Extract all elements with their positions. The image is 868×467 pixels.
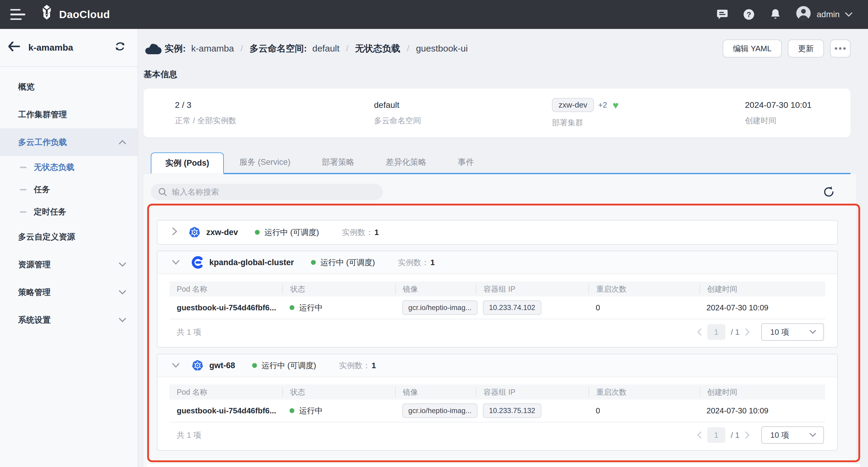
cluster-name[interactable]: kpanda-global-cluster: [209, 258, 294, 267]
pod-status: 运行中: [299, 302, 323, 313]
cluster-tag[interactable]: zxw-dev: [552, 98, 594, 112]
basic-info-card: 2 / 3 正常 / 全部实例数 default 多云命名空间 zxw-dev …: [144, 89, 850, 137]
pod-name[interactable]: guestbook-ui-754d46fbf6...: [169, 406, 282, 415]
field-instances: 2 / 3 正常 / 全部实例数: [175, 100, 374, 126]
instances-label: 正常 / 全部实例数: [175, 115, 374, 126]
sidebar-item-jobs[interactable]: 任务: [0, 178, 137, 201]
current-page[interactable]: 1: [707, 324, 725, 340]
help-icon[interactable]: ?: [743, 8, 755, 21]
instances-count: 1: [375, 228, 379, 237]
chevron-up-icon: [119, 140, 126, 145]
table-row: guestbook-ui-754d46fbf6... 运行中 gcr.io/he…: [169, 400, 825, 423]
cluster-status: 运行中 (可调度): [262, 360, 316, 371]
col-pod-name: Pod 名称: [169, 387, 282, 397]
col-ip: 容器组 IP: [476, 284, 588, 294]
col-restarts: 重启次数: [588, 284, 699, 294]
sidebar-item-stateless-workload[interactable]: 无状态负载: [0, 156, 137, 178]
cluster-name[interactable]: zxw-dev: [206, 228, 238, 237]
user-menu[interactable]: admin: [796, 5, 852, 24]
chevron-down-icon: [119, 318, 126, 322]
cloud-icon: [144, 41, 162, 56]
next-page-icon[interactable]: [745, 328, 750, 336]
col-status: 状态: [282, 284, 395, 294]
cluster-switch-title: k-amamba: [28, 42, 115, 53]
annotation-highlight-box: zxw-dev 运行中 (可调度) 实例数：1 kpanda-global-cl…: [147, 204, 860, 462]
dash-icon: [20, 211, 27, 213]
breadcrumb-namespace[interactable]: default: [312, 43, 340, 54]
sidebar-item-custom-resources[interactable]: 多云自定义资源: [0, 223, 137, 251]
chevron-down-icon: [119, 290, 126, 295]
pods-tab-panel: zxw-dev 运行中 (可调度) 实例数：1 kpanda-global-cl…: [144, 174, 856, 467]
cluster-name[interactable]: gwt-68: [209, 361, 235, 370]
cluster-panel-kpanda-global: kpanda-global-cluster 运行中 (可调度) 实例数：1 Po…: [157, 251, 838, 348]
cluster-status: 运行中 (可调度): [320, 257, 375, 268]
sidebar-item-resource-mgmt[interactable]: 资源管理: [0, 251, 137, 278]
content-bottom-strip: [147, 464, 860, 467]
col-pod-name: Pod 名称: [169, 284, 282, 294]
field-created: 2024-07-30 10:01 创建时间: [745, 100, 812, 126]
refresh-icon[interactable]: [823, 186, 835, 198]
chevron-down-icon: [809, 433, 816, 437]
username: admin: [817, 10, 840, 19]
sidebar-item-overview[interactable]: 概览: [0, 73, 137, 101]
search-input[interactable]: [172, 188, 365, 197]
collapse-chevron-down-icon[interactable]: [172, 363, 180, 368]
table-header-row: Pod 名称 状态 镜像 容器组 IP 重启次数 创建时间: [169, 281, 825, 297]
breadcrumb-instance-label: 实例:: [165, 42, 186, 55]
svg-text:?: ?: [746, 10, 751, 19]
tab-diff-policy[interactable]: 差异化策略: [370, 151, 442, 173]
prev-page-icon[interactable]: [697, 431, 702, 439]
sidebar-item-system-settings[interactable]: 系统设置: [0, 306, 137, 334]
kubernetes-icon: [191, 359, 204, 372]
page-size-select[interactable]: 10 项: [761, 323, 824, 341]
pod-ip-tag[interactable]: 10.233.74.102: [483, 300, 541, 315]
collapse-chevron-down-icon[interactable]: [172, 260, 180, 265]
tab-bar: 实例 (Pods) 服务 (Service) 部署策略 差异化策略 事件: [151, 151, 850, 174]
breadcrumb: 实例: k-amamba / 多云命名空间: default / 无状态负载 /…: [165, 42, 468, 55]
breadcrumb-workload-type[interactable]: 无状态负载: [355, 42, 400, 55]
avatar: [796, 5, 811, 24]
sidebar-item-cronjobs[interactable]: 定时任务: [0, 201, 137, 223]
back-arrow-icon[interactable]: [8, 41, 20, 54]
prev-page-icon[interactable]: [697, 328, 702, 336]
sidebar-item-work-cluster[interactable]: 工作集群管理: [0, 101, 137, 128]
image-tag[interactable]: gcr.io/heptio-imag...: [402, 403, 477, 418]
status-dot: [289, 305, 294, 310]
breadcrumb-separator: /: [240, 44, 244, 53]
field-namespace: default 多云命名空间: [374, 100, 552, 126]
edit-yaml-button[interactable]: 编辑 YAML: [723, 39, 782, 58]
search-icon: [158, 188, 167, 196]
tab-deploy-policy[interactable]: 部署策略: [306, 151, 370, 173]
sidebar-item-multicloud-workload[interactable]: 多云工作负载: [0, 128, 137, 156]
expand-chevron-right-icon[interactable]: [172, 227, 177, 238]
cluster-more-count[interactable]: +2: [598, 100, 607, 110]
more-actions-button[interactable]: [830, 39, 850, 58]
image-tag[interactable]: gcr.io/heptio-imag...: [402, 300, 477, 315]
hamburger-menu-icon[interactable]: [10, 9, 26, 20]
pod-ip-tag[interactable]: 10.233.75.132: [483, 403, 541, 418]
breadcrumb-workload-name: guestbook-ui: [416, 43, 468, 54]
switch-cluster-icon[interactable]: [115, 41, 125, 54]
sidebar-item-policy-mgmt[interactable]: 策略管理: [0, 278, 137, 306]
cluster-panel-zxw-dev: zxw-dev 运行中 (可调度) 实例数：1: [157, 220, 838, 245]
tab-service[interactable]: 服务 (Service): [224, 151, 306, 173]
table-header-row: Pod 名称 状态 镜像 容器组 IP 重启次数 创建时间: [169, 385, 825, 400]
pagination: 1 / 1 10 项: [697, 323, 824, 341]
tab-pods[interactable]: 实例 (Pods): [151, 153, 224, 174]
sidebar-header: k-amamba: [0, 29, 137, 66]
bell-icon[interactable]: [769, 8, 782, 21]
breadcrumb-namespace-label: 多云命名空间:: [250, 42, 307, 55]
page-size-select[interactable]: 10 项: [761, 426, 824, 444]
chat-icon[interactable]: [716, 8, 728, 21]
basic-info-title: 基本信息: [144, 69, 868, 80]
dash-icon: [20, 167, 27, 168]
next-page-icon[interactable]: [745, 431, 750, 439]
breadcrumb-instance[interactable]: k-amamba: [191, 43, 234, 54]
breadcrumb-separator: /: [406, 44, 410, 53]
brand-name: DaoCloud: [59, 8, 110, 21]
app-window: DaoCloud ? admin: [0, 0, 868, 467]
tab-events[interactable]: 事件: [442, 151, 490, 173]
pod-name[interactable]: guestbook-ui-754d46fbf6...: [169, 303, 282, 312]
update-button[interactable]: 更新: [788, 39, 824, 58]
current-page[interactable]: 1: [707, 427, 725, 443]
